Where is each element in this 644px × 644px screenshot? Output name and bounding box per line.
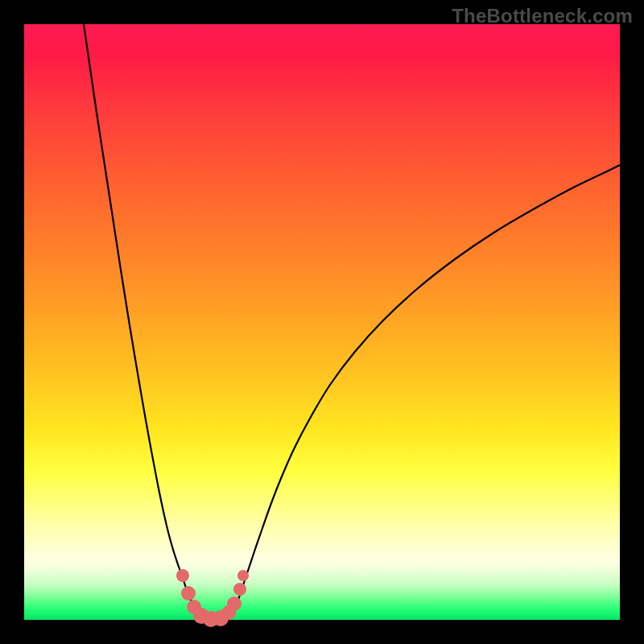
valley-marker (237, 570, 249, 581)
valley-markers (176, 569, 249, 627)
bottleneck-curve (84, 24, 620, 620)
valley-marker (181, 586, 196, 601)
valley-marker (227, 597, 242, 611)
valley-marker (176, 569, 189, 582)
curve-plot (24, 24, 620, 620)
valley-marker (233, 583, 246, 596)
